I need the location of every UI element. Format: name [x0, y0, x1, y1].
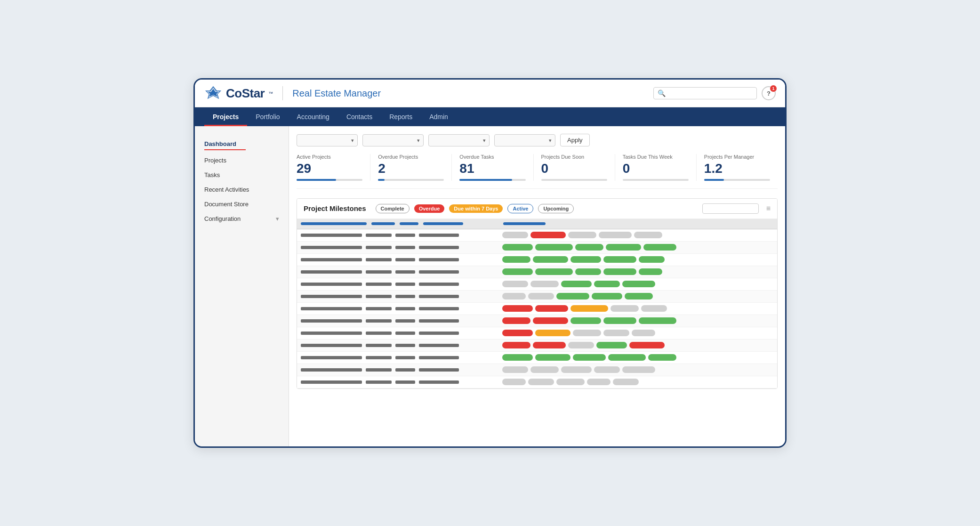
stat-overdue-projects-value: 2 [378, 162, 444, 176]
gantt-data-row[interactable] [297, 229, 777, 242]
gantt-left-cell [297, 380, 499, 384]
app-frame: CoStar ™ Real Estate Manager 🔍 ? 1 Proje… [193, 78, 787, 448]
sidebar: Dashboard Projects Tasks Recent Activiti… [195, 126, 289, 446]
text-line [419, 270, 459, 274]
gantt-data-row[interactable] [297, 340, 777, 352]
apply-button[interactable]: Apply [560, 134, 590, 146]
sidebar-item-dashboard-wrap: Dashboard [195, 134, 289, 153]
text-line [395, 344, 415, 347]
text-line [419, 319, 459, 323]
gantt-left-cell [297, 368, 499, 372]
text-line [395, 380, 415, 384]
sidebar-item-tasks[interactable]: Tasks [195, 168, 289, 182]
help-button[interactable]: ? 1 [762, 86, 776, 100]
stat-overdue-projects-bar [378, 179, 444, 181]
stat-projects-per-manager-value: 1.2 [704, 162, 770, 176]
stat-active-projects: Active Projects 29 [297, 154, 370, 181]
text-line [395, 295, 415, 298]
logo-divider [282, 86, 283, 100]
gantt-data-row[interactable] [297, 352, 777, 364]
search-input[interactable] [668, 90, 753, 97]
stat-active-projects-value: 29 [297, 162, 362, 176]
nav-item-projects[interactable]: Projects [204, 107, 247, 126]
bar-gray [502, 366, 528, 373]
text-line [366, 356, 392, 359]
sidebar-item-recent-activities[interactable]: Recent Activities [195, 182, 289, 197]
legend-upcoming[interactable]: Upcoming [538, 204, 574, 213]
sidebar-item-dashboard[interactable]: Dashboard [204, 137, 246, 150]
text-line [366, 380, 392, 384]
legend-complete[interactable]: Complete [376, 204, 410, 213]
logo-tm: ™ [268, 91, 273, 96]
gantt-data-row[interactable] [297, 364, 777, 376]
filter-select-2[interactable] [362, 134, 424, 146]
bar-red [502, 317, 530, 324]
legend-overdue[interactable]: Overdue [414, 204, 445, 213]
text-line [395, 319, 415, 323]
gantt-data-row[interactable] [297, 254, 777, 266]
filter-select-4-wrap [494, 134, 555, 146]
nav-item-accounting[interactable]: Accounting [289, 107, 338, 126]
nav-item-admin[interactable]: Admin [421, 107, 457, 126]
filter-select-3[interactable] [428, 134, 490, 146]
filter-select-4[interactable] [494, 134, 555, 146]
bar-gray [528, 293, 554, 299]
gantt-data-row[interactable] [297, 315, 777, 327]
text-line [419, 368, 459, 372]
text-line [301, 270, 362, 274]
milestones-header: Project Milestones Complete Overdue Due … [297, 199, 777, 219]
gantt-data-row[interactable] [297, 278, 777, 291]
text-line [419, 295, 459, 298]
stat-projects-per-manager: Projects Per Manager 1.2 [697, 154, 778, 181]
text-line [366, 319, 392, 323]
bar-gray [599, 232, 632, 238]
gantt-left-cell [297, 234, 499, 237]
bar-green [643, 244, 676, 251]
legend-active[interactable]: Active [507, 204, 533, 213]
text-line [395, 246, 415, 249]
nav-item-contacts[interactable]: Contacts [338, 107, 381, 126]
text-line [419, 246, 459, 249]
gantt-bars-cell [499, 293, 777, 299]
milestones-menu-icon[interactable]: ≡ [766, 204, 771, 213]
text-line [395, 234, 415, 237]
gantt-data-row[interactable] [297, 303, 777, 315]
logo-area: CoStar ™ Real Estate Manager [204, 84, 381, 102]
bar-green [592, 293, 622, 299]
bar-gray [561, 366, 592, 373]
notification-badge: 1 [770, 85, 777, 92]
legend-due7[interactable]: Due within 7 Days [449, 204, 503, 213]
nav-item-reports[interactable]: Reports [381, 107, 421, 126]
sidebar-item-document-store[interactable]: Document Store [195, 197, 289, 211]
bar-gray [594, 366, 620, 373]
gantt-bars-cell [499, 366, 777, 373]
bar-gray [530, 281, 559, 287]
bar-gray [613, 379, 639, 385]
gantt-data-row[interactable] [297, 376, 777, 388]
sidebar-item-configuration[interactable]: Configuration ▾ [195, 211, 289, 226]
gantt-data-row[interactable] [297, 242, 777, 254]
filter-select-1[interactable] [297, 134, 358, 146]
bar-green [596, 342, 627, 348]
bar-gray [528, 379, 554, 385]
bar-green [570, 317, 601, 324]
gantt-data-row[interactable] [297, 266, 777, 278]
milestones-title: Project Milestones [304, 204, 366, 212]
bar-green [639, 256, 665, 263]
sidebar-item-projects[interactable]: Projects [195, 153, 289, 168]
stat-overdue-projects-label: Overdue Projects [378, 154, 444, 160]
text-line [301, 356, 362, 359]
milestones-search-input[interactable] [702, 203, 759, 214]
gantt-data-row[interactable] [297, 327, 777, 340]
app-title: Real Estate Manager [292, 88, 381, 99]
text-line [395, 307, 415, 310]
text-line [419, 332, 459, 335]
search-box[interactable]: 🔍 [653, 87, 757, 99]
bar-green [622, 281, 655, 287]
bar-red [530, 232, 566, 238]
stat-active-projects-label: Active Projects [297, 154, 362, 160]
nav-item-portfolio[interactable]: Portfolio [247, 107, 288, 126]
bar-gray [634, 232, 662, 238]
bar-green [533, 256, 568, 263]
gantt-data-row[interactable] [297, 291, 777, 303]
